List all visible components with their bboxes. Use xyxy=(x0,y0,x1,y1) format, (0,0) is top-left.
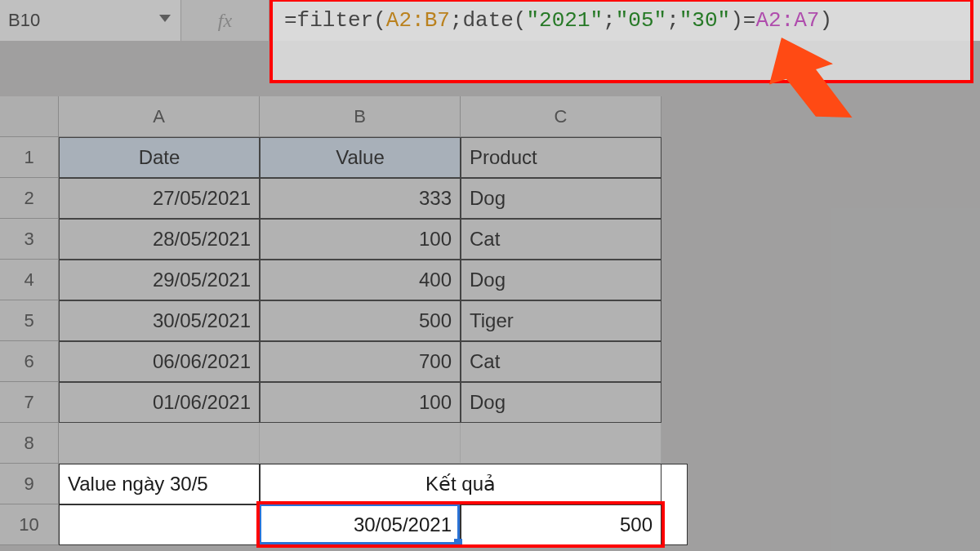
cell-C8[interactable] xyxy=(461,423,662,464)
cell-A6[interactable]: 06/06/2021 xyxy=(59,341,260,382)
cell-C7[interactable]: Dog xyxy=(461,382,662,423)
row-header-10[interactable]: 10 xyxy=(0,504,59,545)
cell-C6[interactable]: Cat xyxy=(461,341,662,382)
column-header-B[interactable]: B xyxy=(260,96,461,137)
cell-A8[interactable] xyxy=(59,423,260,464)
cell-A4[interactable]: 29/05/2021 xyxy=(59,260,260,300)
cell-B10[interactable]: 30/05/2021 xyxy=(260,504,461,545)
cell-A2[interactable]: 27/05/2021 xyxy=(59,178,260,219)
row-header-2[interactable]: 2 xyxy=(0,178,59,219)
formula-token: ;date( xyxy=(450,8,527,33)
row-header-7[interactable]: 7 xyxy=(0,382,59,423)
cell-C4[interactable]: Dog xyxy=(461,260,662,300)
formula-token: A2:A7 xyxy=(755,8,819,33)
spreadsheet-grid: A B C 1 2 3 4 5 6 7 8 9 10 Date Value Pr… xyxy=(0,96,980,551)
name-box-value: B10 xyxy=(8,10,40,31)
column-header-A[interactable]: A xyxy=(59,96,260,137)
cell-B3[interactable]: 100 xyxy=(260,219,461,260)
cell-A7[interactable]: 01/06/2021 xyxy=(59,382,260,423)
formula-bar-extension xyxy=(270,41,973,82)
formula-token: )= xyxy=(730,8,755,33)
cell-B5[interactable]: 500 xyxy=(260,300,461,341)
row-header-4[interactable]: 4 xyxy=(0,260,59,300)
name-box[interactable]: B10 xyxy=(0,0,181,41)
cell-B1[interactable]: Value xyxy=(260,137,461,178)
cell-C10[interactable]: 500 xyxy=(461,504,662,545)
formula-token: "30" xyxy=(679,8,730,33)
row-header-6[interactable]: 6 xyxy=(0,341,59,382)
formula-bar[interactable]: =filter ( A2:B7 ;date( "2021" ; "05" ; "… xyxy=(270,0,980,41)
cell-A1[interactable]: Date xyxy=(59,137,260,178)
row-header-1[interactable]: 1 xyxy=(0,137,59,178)
fx-icon[interactable]: fx xyxy=(181,0,270,41)
cell-A5[interactable]: 30/05/2021 xyxy=(59,300,260,341)
row-headers: 1 2 3 4 5 6 7 8 9 10 xyxy=(0,137,59,545)
cell-B9-merged[interactable]: Kết quả xyxy=(260,464,662,504)
annotation-arrow-icon xyxy=(747,33,862,147)
svg-marker-0 xyxy=(757,33,853,139)
column-headers: A B C xyxy=(59,96,662,137)
formula-token: =filter xyxy=(284,8,373,33)
row-header-5[interactable]: 5 xyxy=(0,300,59,341)
cell-C5[interactable]: Tiger xyxy=(461,300,662,341)
formula-token: ; xyxy=(666,8,679,33)
cell-A3[interactable]: 28/05/2021 xyxy=(59,219,260,260)
cell-B4[interactable]: 400 xyxy=(260,260,461,300)
cell-C1[interactable]: Product xyxy=(461,137,662,178)
cell-A10[interactable] xyxy=(59,504,260,545)
row-header-3[interactable]: 3 xyxy=(0,219,59,260)
cell-C2[interactable]: Dog xyxy=(461,178,662,219)
cell-B2[interactable]: 333 xyxy=(260,178,461,219)
cell-C3[interactable]: Cat xyxy=(461,219,662,260)
cell-B6[interactable]: 700 xyxy=(260,341,461,382)
row-header-9[interactable]: 9 xyxy=(0,464,59,504)
cell-B8[interactable] xyxy=(260,423,461,464)
formula-token: ( xyxy=(373,8,386,33)
formula-token: A2:B7 xyxy=(386,8,450,33)
formula-token: ; xyxy=(603,8,616,33)
cell-A9[interactable]: Value ngày 30/5 xyxy=(59,464,260,504)
select-all-corner[interactable] xyxy=(0,96,59,137)
column-header-C[interactable]: C xyxy=(461,96,662,137)
row-header-8[interactable]: 8 xyxy=(0,423,59,464)
formula-token: "05" xyxy=(616,8,666,33)
formula-token: "2021" xyxy=(526,8,603,33)
formula-token: ) xyxy=(819,8,832,33)
chevron-down-icon[interactable] xyxy=(159,15,171,22)
cell-B7[interactable]: 100 xyxy=(260,382,461,423)
